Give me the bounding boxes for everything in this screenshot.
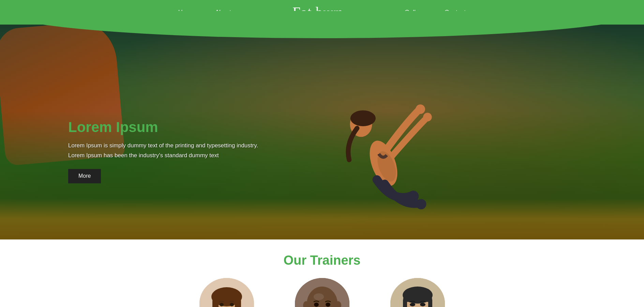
- nav-home[interactable]: Home: [178, 9, 195, 16]
- trainers-section-title: Our Trainers: [0, 253, 644, 268]
- svg-point-15: [220, 303, 224, 306]
- hero-section: Lorem Ipsum Lorem Ipsum is simply dummy …: [0, 25, 644, 239]
- trainers-section: Our Trainers: [0, 239, 644, 307]
- trainer-avatar-2: [295, 278, 349, 307]
- trainer-card-2: [295, 278, 349, 307]
- svg-point-22: [314, 293, 324, 300]
- nav-about[interactable]: About: [215, 9, 231, 16]
- svg-point-35: [410, 303, 415, 306]
- svg-point-36: [420, 303, 425, 306]
- hero-content: Lorem Ipsum Lorem Ipsum is simply dummy …: [68, 119, 258, 183]
- svg-point-16: [230, 303, 234, 306]
- svg-rect-34: [428, 298, 432, 307]
- svg-point-5: [408, 191, 419, 202]
- more-button[interactable]: More: [68, 169, 101, 183]
- nav-gallery[interactable]: Gallery: [405, 9, 424, 16]
- svg-point-2: [350, 110, 375, 126]
- trainer-card-3: [390, 278, 445, 307]
- trainer-avatar-3: [390, 278, 445, 307]
- nav-contact[interactable]: Contact: [445, 9, 466, 16]
- trainers-row: [0, 278, 644, 307]
- svg-point-24: [326, 303, 330, 307]
- hero-title: Lorem Ipsum: [68, 119, 258, 135]
- svg-rect-14: [235, 298, 241, 307]
- yoga-person-image: [279, 57, 483, 240]
- svg-rect-13: [212, 298, 219, 307]
- svg-point-6: [416, 199, 426, 209]
- svg-point-3: [416, 104, 425, 114]
- hero-text: Lorem Ipsum is simply dummy text of the …: [68, 141, 258, 161]
- navbar: Home About Fat burn Gallery Contact: [0, 0, 644, 25]
- trainer-card-1: [199, 278, 254, 307]
- svg-point-4: [423, 113, 432, 121]
- svg-point-23: [314, 303, 319, 307]
- nav-links: Home About Fat burn Gallery Contact: [0, 4, 644, 20]
- trainer-avatar-1: [199, 278, 254, 307]
- svg-rect-33: [403, 298, 407, 307]
- site-logo: Fat burn: [293, 4, 343, 20]
